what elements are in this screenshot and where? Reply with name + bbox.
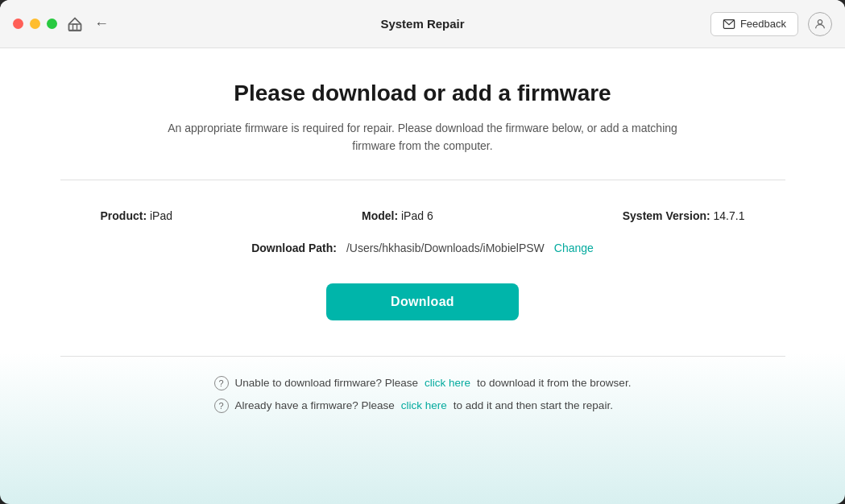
mail-icon <box>723 18 735 31</box>
product-info: Product: iPad <box>101 209 172 222</box>
divider-top <box>60 180 785 180</box>
minimize-button[interactable] <box>30 19 40 29</box>
titlebar-right: Feedback <box>710 12 832 36</box>
model-info: Model: iPad 6 <box>362 209 433 222</box>
svg-point-2 <box>818 19 822 23</box>
window-controls <box>13 19 57 29</box>
help-icon-2: ? <box>214 399 229 413</box>
help-link-1[interactable]: click here <box>425 377 470 389</box>
user-icon[interactable] <box>808 12 832 36</box>
back-button[interactable]: ← <box>94 15 109 32</box>
home-icon[interactable] <box>67 16 83 32</box>
version-info: System Version: 14.7.1 <box>623 209 745 222</box>
feedback-button[interactable]: Feedback <box>710 12 798 36</box>
path-row: Download Path: /Users/hkhasib/Downloads/… <box>251 242 594 254</box>
help-text-1-pre: Unable to download firmware? Please <box>235 377 418 389</box>
divider-bottom <box>60 356 785 357</box>
download-button[interactable]: Download <box>326 283 519 320</box>
help-text-1-post: to download it from the browser. <box>477 377 631 389</box>
svg-rect-0 <box>69 24 81 31</box>
app-window: ← System Repair Feedback Please download… <box>0 0 845 504</box>
help-link-2[interactable]: click here <box>401 399 447 411</box>
help-text-2-pre: Already have a firmware? Please <box>235 399 395 411</box>
maximize-button[interactable] <box>47 19 57 29</box>
help-item-2: ? Already have a firmware? Please click … <box>214 399 613 413</box>
main-content: Please download or add a firmware An app… <box>0 48 845 504</box>
change-link[interactable]: Change <box>554 242 594 254</box>
device-info-row: Product: iPad Model: iPad 6 System Versi… <box>101 209 745 222</box>
window-title: System Repair <box>380 17 464 31</box>
help-text-2-post: to add it and then start the repair. <box>454 399 613 411</box>
page-title: Please download or add a firmware <box>234 81 611 106</box>
help-item-1: ? Unable to download firmware? Please cl… <box>214 376 632 390</box>
path-label: Download Path: <box>251 242 337 254</box>
help-icon-1: ? <box>214 376 229 390</box>
titlebar: ← System Repair Feedback <box>0 0 845 48</box>
close-button[interactable] <box>13 19 23 29</box>
page-subtitle: An appropriate firmware is required for … <box>149 119 697 155</box>
help-section: ? Unable to download firmware? Please cl… <box>214 376 632 413</box>
path-value: /Users/hkhasib/Downloads/iMobielPSW <box>346 242 545 254</box>
